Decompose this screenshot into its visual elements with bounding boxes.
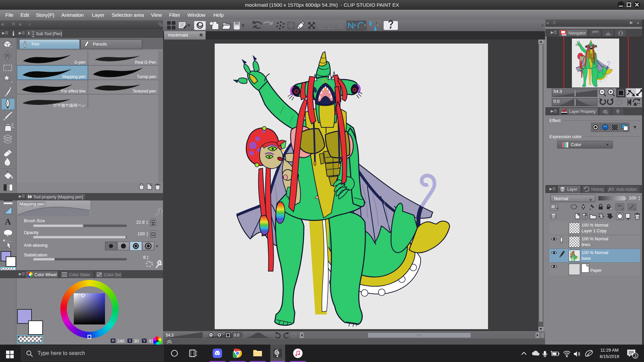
svg-text:Mapping pen: Mapping pen	[62, 74, 86, 79]
svg-text:Paper: Paper	[590, 268, 601, 273]
svg-text:Layer 1 Copy: Layer 1 Copy	[582, 229, 607, 233]
svg-text:100 % Normal: 100 % Normal	[582, 250, 608, 255]
svg-text:Textured pen: Textured pen	[133, 89, 156, 94]
svg-text:For effect line: For effect line	[61, 89, 86, 94]
svg-text:3: 3	[634, 354, 637, 358]
svg-text:0.0: 0.0	[234, 333, 239, 338]
svg-text:54.3: 54.3	[166, 333, 174, 338]
svg-text:100 % Normal: 100 % Normal	[582, 237, 608, 241]
svg-text:lines: lines	[582, 242, 590, 247]
svg-text:100 % Normal: 100 % Normal	[582, 223, 608, 228]
svg-text:ガサ伽サ線画ペン: ガサ伽サ線画ペン	[53, 103, 86, 108]
svg-text:Turnip pen: Turnip pen	[137, 74, 156, 79]
svg-text:A: A	[5, 217, 11, 227]
svg-text:base: base	[582, 256, 591, 261]
svg-text:G-pen: G-pen	[74, 60, 86, 65]
svg-text:Real G-Pen: Real G-Pen	[135, 60, 156, 65]
